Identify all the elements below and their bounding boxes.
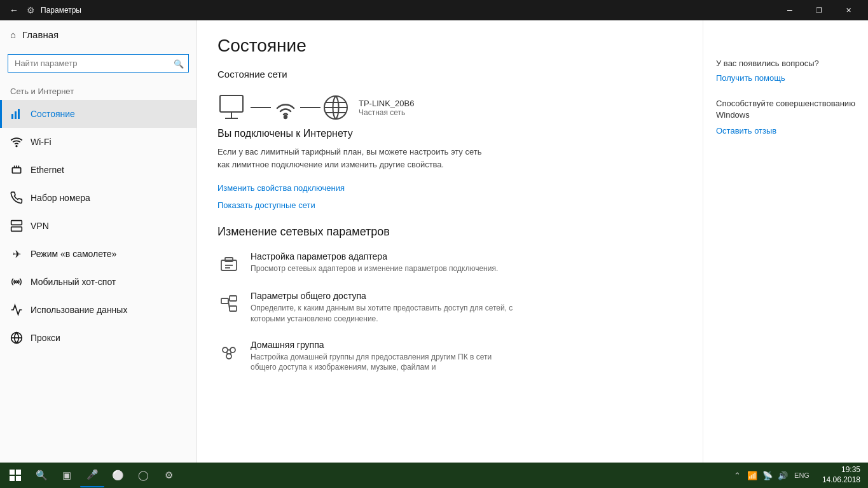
wifi-diagram-icon [271, 93, 300, 122]
titlebar: ← ⚙ Параметры ─ ❐ ✕ [0, 0, 868, 20]
browser-button[interactable]: ⚪ [106, 463, 130, 487]
dialup-icon [10, 192, 23, 204]
taskbar-clock[interactable]: 19:35 14.06.2018 [817, 465, 865, 485]
setting-adapter: Настройка параметров адаптера Просмотр с… [217, 251, 682, 275]
svg-rect-5 [12, 168, 20, 173]
wifi-icon [10, 136, 23, 148]
taskbar: 🔍 ▣ 🎤 ⚪ ◯ ⚙ ⌃ 📶 📡 🔊 ENG 19:35 14.06.2018 [0, 463, 868, 488]
minimize-button[interactable]: ─ [775, 0, 804, 20]
svg-rect-41 [16, 470, 21, 475]
help-link[interactable]: Получить помощь [716, 73, 855, 83]
svg-rect-1 [15, 111, 17, 119]
homegroup-text: Домашняя группа Настройка домашней групп… [251, 340, 682, 373]
page-title: Состояние [217, 36, 682, 56]
svg-rect-28 [221, 298, 228, 303]
sidebar-item-label-status: Состояние [31, 109, 75, 119]
tray-chevron[interactable]: ⌃ [731, 466, 743, 485]
window-controls: ─ ❐ ✕ [775, 0, 863, 20]
homegroup-desc: Настройка домашней группы для предоставл… [251, 352, 518, 373]
sidebar-item-label-dialup: Набор номера [31, 193, 90, 203]
titlebar-title: Параметры [41, 6, 775, 15]
svg-rect-29 [230, 296, 237, 301]
system-tray: ⌃ 📶 📡 🔊 ENG [727, 466, 816, 485]
settings-icon: ⚙ [27, 5, 37, 15]
search-icon: 🔍 [174, 59, 184, 68]
svg-line-39 [230, 352, 231, 354]
svg-rect-0 [11, 114, 13, 119]
adapter-name[interactable]: Настройка параметров адаптера [251, 251, 682, 261]
network-diagram: TP-LINK_20B6 Частная сеть [217, 92, 682, 123]
ethernet-icon [10, 164, 23, 176]
line1 [251, 107, 271, 108]
microphone-app-button[interactable]: 🎤 [80, 463, 104, 487]
sidebar-home[interactable]: ⌂ Главная [0, 20, 196, 49]
sidebar-item-proxy[interactable]: Прокси [0, 324, 196, 352]
setting-sharing: Параметры общего доступа Определите, к к… [217, 291, 682, 324]
sidebar-item-vpn[interactable]: VPN [0, 212, 196, 240]
search-taskbar-button[interactable]: 🔍 [29, 463, 53, 487]
homegroup-icon [217, 341, 240, 364]
main-panel: Состояние Состояние сети [197, 20, 703, 463]
tray-lang[interactable]: ENG [792, 466, 812, 485]
questions-title: У вас появились вопросы? [716, 59, 855, 68]
sidebar-item-status[interactable]: Состояние [0, 100, 196, 128]
sidebar-section-title: Сеть и Интернет [0, 78, 196, 100]
sidebar-item-label-hotspot: Мобильный хот-спот [31, 277, 116, 287]
sharing-desc: Определите, к каким данным вы хотите пре… [251, 303, 518, 324]
tray-network[interactable]: 📶 [746, 466, 759, 485]
app-body: ⌂ Главная 🔍 Сеть и Интернет Состояние [0, 20, 868, 463]
svg-rect-2 [18, 109, 20, 119]
svg-point-4 [16, 146, 17, 147]
network-ssid: TP-LINK_20B6 [359, 99, 414, 108]
globe-icon [320, 92, 351, 123]
sidebar-item-airplane[interactable]: ✈ Режим «в самолете» [0, 240, 196, 268]
sidebar-item-wifi[interactable]: Wi-Fi [0, 128, 196, 156]
svg-rect-25 [225, 258, 233, 261]
adapter-icon [217, 253, 240, 275]
data-usage-icon [10, 303, 23, 316]
right-panel: У вас появились вопросы? Получить помощь… [703, 20, 868, 463]
svg-rect-43 [16, 476, 21, 481]
sidebar-item-label-vpn: VPN [31, 221, 49, 231]
svg-rect-42 [10, 476, 15, 481]
setting-homegroup: Домашняя группа Настройка домашней групп… [217, 340, 682, 373]
improve-title: Способствуйте совершенствованию Windows [716, 98, 855, 121]
vpn-icon [10, 220, 23, 232]
tray-sound[interactable]: 🔊 [776, 466, 789, 485]
sidebar-item-label-data-usage: Использование данных [31, 305, 127, 315]
sidebar-search-container: 🔍 [8, 54, 189, 73]
sharing-text: Параметры общего доступа Определите, к к… [251, 291, 682, 324]
back-button[interactable]: ← [5, 1, 23, 19]
sharing-name[interactable]: Параметры общего доступа [251, 291, 682, 301]
sidebar-item-data-usage[interactable]: Использование данных [0, 296, 196, 324]
svg-rect-10 [11, 227, 22, 232]
tray-wifi[interactable]: 📡 [761, 466, 774, 485]
sidebar-item-hotspot[interactable]: Мобильный хот-спот [0, 268, 196, 296]
network-type: Частная сеть [359, 108, 414, 117]
connected-title: Вы подключены к Интернету [217, 128, 682, 139]
close-button[interactable]: ✕ [834, 0, 863, 20]
svg-rect-40 [10, 470, 15, 475]
task-view-button[interactable]: ▣ [55, 463, 79, 487]
computer-icon [217, 93, 251, 122]
settings-taskbar-button[interactable]: ⚙ [156, 463, 181, 487]
start-button[interactable] [3, 463, 28, 488]
home-icon: ⌂ [10, 29, 16, 40]
svg-line-38 [226, 352, 228, 354]
sidebar-item-label-ethernet: Ethernet [31, 165, 64, 175]
hotspot-icon [10, 275, 23, 288]
feedback-link[interactable]: Оставить отзыв [716, 126, 855, 136]
change-props-link[interactable]: Изменить свойства подключения [217, 183, 682, 193]
status-icon [10, 108, 23, 120]
homegroup-name[interactable]: Домашняя группа [251, 340, 682, 350]
search-input[interactable] [8, 54, 189, 73]
yandex-button[interactable]: ◯ [131, 463, 155, 487]
settings-section-title: Изменение сетевых параметров [217, 225, 682, 239]
network-status-title: Состояние сети [217, 69, 682, 80]
sidebar-item-ethernet[interactable]: Ethernet [0, 156, 196, 184]
sidebar-item-dialup[interactable]: Набор номера [0, 184, 196, 212]
show-networks-link[interactable]: Показать доступные сети [217, 200, 682, 210]
restore-button[interactable]: ❐ [804, 0, 834, 20]
sidebar-item-label-airplane: Режим «в самолете» [31, 249, 116, 259]
windows-logo-icon [10, 470, 21, 481]
